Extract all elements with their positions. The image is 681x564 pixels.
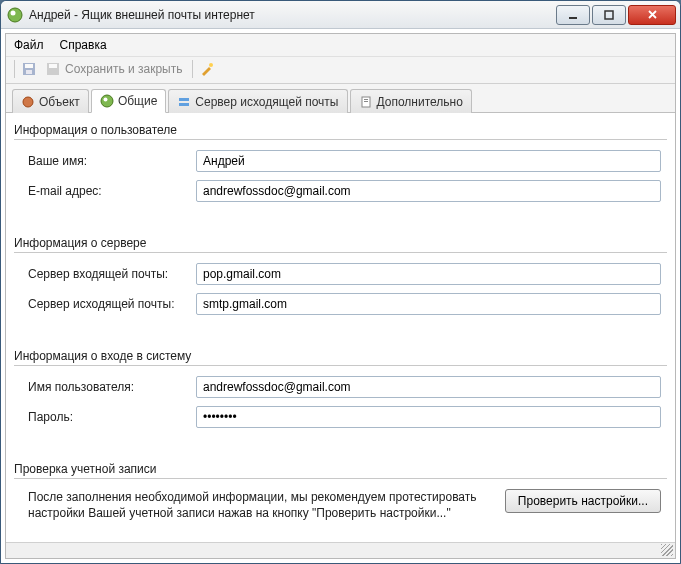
- svg-rect-14: [179, 103, 189, 106]
- email-input[interactable]: [196, 180, 661, 202]
- save-and-close-button[interactable]: Сохранить и закрыть: [41, 59, 186, 79]
- close-button[interactable]: [628, 5, 676, 25]
- save-icon[interactable]: [21, 61, 37, 77]
- section-divider: [14, 252, 667, 253]
- toolbar-separator: [14, 60, 15, 78]
- menubar: Файл Справка: [6, 34, 675, 57]
- svg-rect-16: [364, 99, 368, 100]
- advanced-icon: [359, 95, 373, 109]
- menu-help[interactable]: Справка: [60, 38, 107, 52]
- tab-advanced[interactable]: Дополнительно: [350, 89, 472, 113]
- svg-point-12: [103, 98, 107, 102]
- svg-rect-6: [26, 70, 32, 74]
- client-area: Файл Справка Сохранить и закрыть: [5, 33, 676, 559]
- svg-rect-5: [25, 64, 33, 68]
- section-server-info-title: Информация о сервере: [14, 232, 667, 252]
- menu-file[interactable]: Файл: [14, 38, 44, 52]
- incoming-server-input[interactable]: [196, 263, 661, 285]
- username-label: Имя пользователя:: [28, 380, 196, 394]
- resize-grip[interactable]: [661, 544, 673, 556]
- tab-object[interactable]: Объект: [12, 89, 89, 113]
- statusbar: [6, 542, 675, 558]
- app-window: Андрей - Ящик внешней почты интернет Фай…: [0, 0, 681, 564]
- toolbar: Сохранить и закрыть: [6, 57, 675, 84]
- svg-rect-3: [605, 11, 613, 19]
- titlebar[interactable]: Андрей - Ящик внешней почты интернет: [1, 1, 680, 29]
- general-icon: [100, 94, 114, 108]
- section-divider: [14, 365, 667, 366]
- username-input[interactable]: [196, 376, 661, 398]
- svg-point-10: [23, 97, 33, 107]
- minimize-button[interactable]: [556, 5, 590, 25]
- tab-advanced-label: Дополнительно: [377, 95, 463, 109]
- name-label: Ваше имя:: [28, 154, 196, 168]
- tab-general-label: Общие: [118, 94, 157, 108]
- section-divider: [14, 139, 667, 140]
- outgoing-server-input[interactable]: [196, 293, 661, 315]
- outgoing-server-label: Сервер исходящей почты:: [28, 297, 196, 311]
- save-close-label: Сохранить и закрыть: [65, 62, 182, 76]
- svg-rect-17: [364, 101, 368, 102]
- tab-outgoing-server[interactable]: Сервер исходящей почты: [168, 89, 347, 113]
- verify-description: После заполнения необходимой информации,…: [28, 489, 493, 521]
- tab-object-label: Объект: [39, 95, 80, 109]
- section-user-info-title: Информация о пользователе: [14, 119, 667, 139]
- toolbar-separator: [192, 60, 193, 78]
- svg-point-11: [101, 95, 113, 107]
- svg-point-1: [11, 10, 16, 15]
- section-login-info-title: Информация о входе в систему: [14, 345, 667, 365]
- incoming-server-label: Сервер входящей почты:: [28, 267, 196, 281]
- wizard-icon[interactable]: [199, 61, 215, 77]
- object-icon: [21, 95, 35, 109]
- save-close-icon: [45, 61, 61, 77]
- maximize-button[interactable]: [592, 5, 626, 25]
- tab-bar: Объект Общие Сервер исходящей почты Допо…: [6, 84, 675, 113]
- svg-rect-13: [179, 98, 189, 101]
- tab-outgoing-label: Сервер исходящей почты: [195, 95, 338, 109]
- app-icon: [7, 7, 23, 23]
- tab-content: Информация о пользователе Ваше имя: E-ma…: [6, 113, 675, 542]
- svg-point-0: [8, 8, 22, 22]
- section-verify-title: Проверка учетной записи: [14, 458, 667, 478]
- section-divider: [14, 478, 667, 479]
- window-title: Андрей - Ящик внешней почты интернет: [29, 8, 554, 22]
- password-input[interactable]: [196, 406, 661, 428]
- email-label: E-mail адрес:: [28, 184, 196, 198]
- server-icon: [177, 95, 191, 109]
- svg-rect-8: [49, 64, 57, 68]
- svg-rect-2: [569, 17, 577, 19]
- name-input[interactable]: [196, 150, 661, 172]
- password-label: Пароль:: [28, 410, 196, 424]
- verify-settings-button[interactable]: Проверить настройки...: [505, 489, 661, 513]
- svg-point-9: [209, 63, 213, 67]
- tab-general[interactable]: Общие: [91, 89, 166, 113]
